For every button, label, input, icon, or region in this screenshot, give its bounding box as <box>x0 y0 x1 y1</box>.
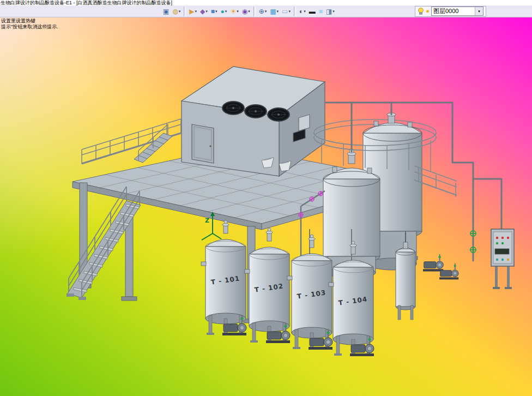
axis-z-label: Z <box>205 217 209 224</box>
paste-button[interactable]: ▣ <box>161 6 171 17</box>
paste-icon: ▣ <box>163 8 169 15</box>
combo-dropdown-arrow[interactable]: ▾ <box>475 7 483 15</box>
chevron-down-icon: ▾ <box>195 9 197 13</box>
display-mode-button[interactable]: ◨▾ <box>324 6 336 17</box>
pointer-button[interactable]: ▶▾ <box>188 6 198 17</box>
pump-5[interactable] <box>423 254 443 271</box>
image-icon: ▦ <box>270 8 276 15</box>
box-icon: ■ <box>211 8 215 15</box>
camera-icon: ◉ <box>242 8 247 15</box>
pointer-icon: ▶ <box>189 8 194 15</box>
toolbar-separator <box>294 7 296 16</box>
move-button[interactable]: ⊕▾ <box>257 6 269 17</box>
chevron-down-icon: ▾ <box>225 9 227 13</box>
shaded-view-button[interactable]: ◐▾ <box>298 6 307 17</box>
hint-line-1: 设置里设置热键 <box>1 18 58 24</box>
cad-3d-window: 生物白牌设计的制品酿造设备-E1 - [白酒真酒酿造生物白牌设计的制品酿造设备]… <box>0 0 532 396</box>
chevron-down-icon: ▾ <box>248 9 250 13</box>
shaded-sphere-icon: ◐ <box>299 8 303 15</box>
extrude-button[interactable]: ◆▾ <box>198 6 209 17</box>
move-icon: ⊕ <box>259 8 264 15</box>
control-cabinet[interactable] <box>491 229 514 289</box>
side-panel <box>299 115 310 131</box>
viewport-3d[interactable]: 设置里设置热键 提示"按钮来取消这些提示. <box>0 17 532 396</box>
display-mode-icon: ◨ <box>326 8 332 15</box>
chevron-down-icon: ▾ <box>277 9 279 13</box>
background-icon: ■ <box>319 8 323 15</box>
chevron-down-icon: ▾ <box>179 9 181 13</box>
extrude-icon: ◆ <box>200 8 205 15</box>
title-bar: 生物白牌设计的制品酿造设备-E1 - [白酒真酒酿造生物白牌设计的制品酿造设备] <box>0 0 532 5</box>
layer-select[interactable]: 图层0000 ▾ <box>431 7 483 16</box>
image-button[interactable]: ▦▾ <box>268 6 280 17</box>
frame-icon: ▭ <box>282 8 288 15</box>
line-width-button[interactable]: ▬ <box>307 6 317 17</box>
chevron-down-icon: ▾ <box>205 9 208 13</box>
sphere-button[interactable]: ●▾ <box>219 6 229 17</box>
camera-button[interactable]: ◉▾ <box>240 6 252 17</box>
chevron-down-icon: ▾ <box>265 9 267 13</box>
chevron-down-icon: ▾ <box>304 9 306 13</box>
palette-button[interactable]: ☀▾ <box>228 6 240 17</box>
background-button[interactable]: ■ <box>317 6 324 17</box>
chevron-down-icon: ▾ <box>237 9 239 13</box>
layer-select-value: 图层0000 <box>433 7 458 15</box>
material-icon: ◍ <box>172 8 178 15</box>
chevron-down-icon: ▾ <box>332 9 335 13</box>
machine-room[interactable] <box>182 67 325 176</box>
hint-line-2: 提示"按钮来取消这些提示. <box>1 24 58 30</box>
main-toolbar: ▣ ◍▾ ▶▾ ◆▾ ■▾ ●▾ ☀▾ ◉▾ ⊕▾ ▦▾ ▭▾ ◐▾ ▬ ■ ◨… <box>0 5 532 17</box>
toolbar-separator <box>184 7 186 16</box>
material-button[interactable]: ◍▾ <box>171 6 182 17</box>
toolbar-separator <box>253 7 256 16</box>
palette-icon: ☀ <box>230 8 236 15</box>
chevron-down-icon: ▾ <box>288 9 291 13</box>
hint-overlay: 设置里设置热键 提示"按钮来取消这些提示. <box>1 18 58 30</box>
chevron-down-icon: ▾ <box>478 9 480 14</box>
layer-color-icon[interactable]: ● <box>426 8 430 14</box>
chevron-down-icon: ▾ <box>215 9 217 13</box>
line-width-icon: ▬ <box>309 8 316 15</box>
box-button[interactable]: ■▾ <box>209 6 219 17</box>
model-3d-view[interactable]: T - 101 T - 102 T - 103 T - 104 <box>0 17 532 396</box>
layer-panel: ● 图层0000 ▾ <box>415 6 486 17</box>
window-title: 生物白牌设计的制品酿造设备-E1 - [白酒真酒酿造生物白牌设计的制品酿造设备] <box>1 0 172 5</box>
lightbulb-icon[interactable] <box>418 8 424 15</box>
sphere-icon: ● <box>221 8 225 15</box>
frame-button[interactable]: ▭▾ <box>280 6 292 17</box>
